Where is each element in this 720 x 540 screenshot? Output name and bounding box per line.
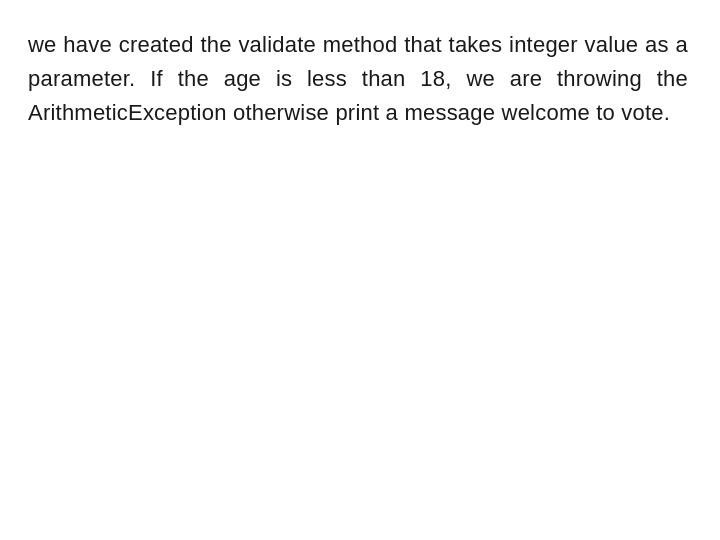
content-area: we have created the validate method that… [0,0,720,158]
main-paragraph: we have created the validate method that… [28,28,688,130]
